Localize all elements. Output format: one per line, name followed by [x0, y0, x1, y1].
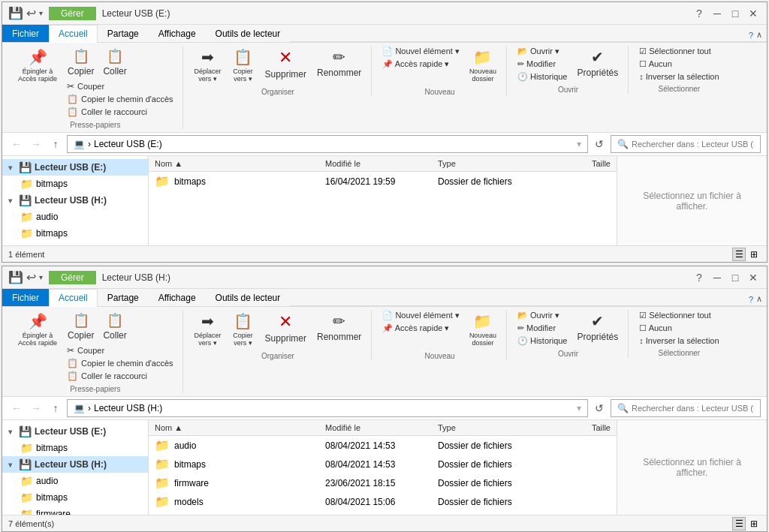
history-button-1[interactable]: 🕐 Historique [514, 71, 571, 83]
select-all-button-2[interactable]: ☑ Sélectionner tout [636, 310, 714, 321]
properties-button-1[interactable]: ✔ Propriétés [573, 46, 622, 80]
up-btn-1[interactable]: ↑ [47, 136, 64, 152]
sidebar-item-audio-h-1[interactable]: 📁 audio [2, 209, 148, 225]
delete-button-1[interactable]: ✕ Supprimer [261, 46, 310, 82]
up-btn-2[interactable]: ↑ [47, 400, 64, 416]
col-name-header-1[interactable]: Nom ▲ [155, 159, 325, 168]
edit-button-1[interactable]: ✏ Modifier [514, 59, 559, 70]
col-date-header-1[interactable]: Modifié le [325, 159, 438, 168]
cut-button-1[interactable]: ✂ Couper [64, 80, 176, 92]
rename-button-1[interactable]: ✏ Renommer [313, 46, 365, 80]
file-item-firmware-2[interactable]: 📁 firmware 23/06/2021 18:15 Dossier de f… [149, 473, 617, 492]
refresh-btn-1[interactable]: ↺ [591, 136, 608, 152]
file-item-audio-2[interactable]: 📁 audio 08/04/2021 14:53 Dossier de fich… [149, 436, 617, 455]
file-item-bitmaps-2[interactable]: 📁 bitmaps 08/04/2021 14:53 Dossier de fi… [149, 455, 617, 473]
save-icon-2[interactable]: 💾 [8, 270, 23, 284]
select-none-button-1[interactable]: ☐ Aucun [636, 59, 675, 70]
help-btn-2[interactable]: ? [692, 270, 707, 285]
new-item-button-1[interactable]: 📄 Nouvel élément ▾ [379, 46, 463, 57]
cut-button-2[interactable]: ✂ Couper [64, 344, 176, 356]
open-button-1[interactable]: 📂 Ouvrir ▾ [514, 46, 562, 57]
back-btn-2[interactable]: ← [8, 400, 25, 416]
new-folder-button-1[interactable]: 📁 Nouveaudossier [466, 46, 500, 85]
col-type-header-2[interactable]: Type [438, 423, 550, 432]
file-item-bitmaps-1[interactable]: 📁 bitmaps 16/04/2021 19:59 Dossier de fi… [149, 172, 617, 191]
col-type-header-1[interactable]: Type [438, 159, 550, 168]
paste-shortcut-button-2[interactable]: 📋 Coller le raccourci [64, 370, 176, 382]
refresh-btn-2[interactable]: ↺ [591, 400, 608, 416]
sidebar-item-bitmaps-e-1[interactable]: 📁 bitmaps [2, 176, 148, 192]
forward-btn-1[interactable]: → [28, 136, 44, 152]
new-folder-button-2[interactable]: 📁 Nouveaudossier [466, 310, 500, 349]
address-path-2[interactable]: 💻 › Lecteur USB (H:) ▾ [67, 399, 588, 417]
tab-partage-2[interactable]: Partage [98, 289, 149, 306]
sidebar-item-audio-h-2[interactable]: 📁 audio [2, 473, 148, 489]
dropdown-icon-2[interactable]: ▾ [39, 273, 43, 281]
search-box-1[interactable]: 🔍 [611, 135, 761, 153]
undo-icon-2[interactable]: ↩ [26, 270, 36, 284]
tab-fichier-2[interactable]: Fichier [2, 289, 49, 306]
invert-selection-button-2[interactable]: ↕ Inverser la sélection [636, 335, 722, 346]
manage-tab-2[interactable]: Gérer [49, 271, 96, 284]
copy-path-button-2[interactable]: 📋 Copier le chemin d'accès [64, 357, 176, 369]
new-item-button-2[interactable]: 📄 Nouvel élément ▾ [379, 310, 463, 321]
manage-tab-1[interactable]: Gérer [49, 7, 96, 20]
copy-to-button-2[interactable]: 📋 Copiervers ▾ [228, 310, 258, 349]
pin-button-2[interactable]: 📌 Épingler àAccès rapide [14, 310, 61, 349]
sidebar-item-bitmaps-h-2[interactable]: 📁 bitmaps [2, 489, 148, 506]
copy-path-button-1[interactable]: 📋 Copier le chemin d'accès [64, 93, 176, 105]
edit-button-2[interactable]: ✏ Modifier [514, 323, 559, 334]
history-button-2[interactable]: 🕐 Historique [514, 335, 571, 347]
tab-partage-1[interactable]: Partage [98, 25, 149, 42]
sidebar-item-usb-h-1[interactable]: ▾ 💾 Lecteur USB (H:) [2, 192, 148, 209]
save-icon-1[interactable]: 💾 [8, 6, 23, 20]
select-none-button-2[interactable]: ☐ Aucun [636, 323, 675, 334]
sidebar-item-usb-h-2[interactable]: ▾ 💾 Lecteur USB (H:) [2, 456, 148, 473]
sidebar-item-usb-e-1[interactable]: ▾ 💾 Lecteur USB (E:) [2, 159, 148, 176]
sidebar-item-bitmaps-h-1[interactable]: 📁 bitmaps [2, 225, 148, 242]
file-item-models-2[interactable]: 📁 models 08/04/2021 15:06 Dossier de fic… [149, 492, 617, 511]
col-name-header-2[interactable]: Nom ▲ [155, 423, 325, 432]
close-btn-1[interactable]: ✕ [746, 6, 761, 21]
large-icons-view-btn-2[interactable]: ⊞ [747, 517, 761, 530]
tab-affichage-2[interactable]: Affichage [149, 289, 206, 306]
address-path-1[interactable]: 💻 › Lecteur USB (E:) ▾ [67, 135, 588, 153]
tab-outils-2[interactable]: Outils de lecteur [206, 289, 291, 306]
undo-icon-1[interactable]: ↩ [26, 6, 36, 20]
rename-button-2[interactable]: ✏ Renommer [313, 310, 365, 344]
forward-btn-2[interactable]: → [28, 400, 44, 416]
copy-button-2[interactable]: 📋 Copier [64, 310, 98, 343]
col-date-header-2[interactable]: Modifié le [325, 423, 438, 432]
tab-accueil-2[interactable]: Accueil [49, 289, 98, 307]
open-button-2[interactable]: 📂 Ouvrir ▾ [514, 310, 562, 321]
dropdown-icon-1[interactable]: ▾ [39, 9, 43, 17]
quick-access-button-2[interactable]: 📌 Accès rapide ▾ [379, 323, 452, 334]
pin-button-1[interactable]: 📌 Épingler àAccès rapide [14, 46, 61, 85]
tab-fichier-1[interactable]: Fichier [2, 25, 49, 42]
search-input-1[interactable] [632, 140, 754, 149]
sidebar-item-usb-e-2[interactable]: ▾ 💾 Lecteur USB (E:) [2, 423, 148, 440]
sidebar-item-firmware-h-2[interactable]: 📁 firmware [2, 506, 148, 515]
help-btn-1[interactable]: ? [692, 6, 707, 21]
col-size-header-1[interactable]: Taille [550, 159, 611, 168]
tab-affichage-1[interactable]: Affichage [149, 25, 206, 42]
delete-button-2[interactable]: ✕ Supprimer [261, 310, 310, 346]
properties-button-2[interactable]: ✔ Propriétés [573, 310, 622, 344]
paste-shortcut-button-1[interactable]: 📋 Coller le raccourci [64, 106, 176, 118]
ribbon-help-2[interactable]: ? [747, 293, 755, 305]
move-button-2[interactable]: ➡ Déplacervers ▾ [191, 310, 225, 349]
search-box-2[interactable]: 🔍 [611, 399, 761, 417]
select-all-button-1[interactable]: ☑ Sélectionner tout [636, 46, 714, 57]
tab-accueil-1[interactable]: Accueil [49, 25, 98, 43]
copy-to-button-1[interactable]: 📋 Copiervers ▾ [228, 46, 258, 85]
copy-button-1[interactable]: 📋 Copier [64, 46, 98, 79]
col-size-header-2[interactable]: Taille [550, 423, 611, 432]
details-view-btn-1[interactable]: ☰ [732, 248, 746, 261]
maximize-btn-2[interactable]: □ [728, 270, 743, 285]
minimize-btn-2[interactable]: ─ [710, 270, 725, 285]
back-btn-1[interactable]: ← [8, 136, 25, 152]
ribbon-help-1[interactable]: ? [747, 29, 755, 41]
close-btn-2[interactable]: ✕ [746, 270, 761, 285]
paste-button-2[interactable]: 📋 Coller [99, 310, 130, 343]
minimize-btn-1[interactable]: ─ [710, 6, 725, 21]
